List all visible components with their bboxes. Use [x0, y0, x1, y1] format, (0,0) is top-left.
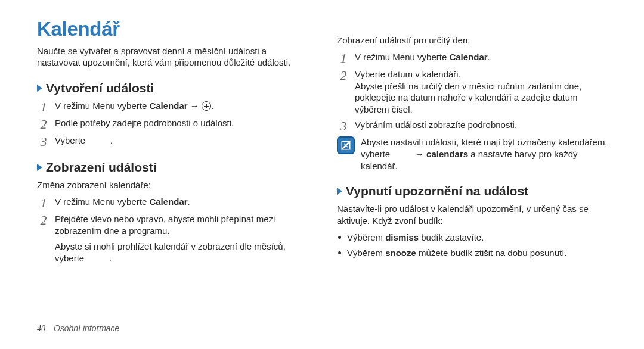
page-footer: 40 Osobní informace: [37, 323, 119, 334]
step-number: 1: [37, 100, 50, 114]
list-item: 2 Vyberte datum v kalendáři. Abyste přeš…: [337, 68, 608, 116]
page-number: 40: [37, 324, 45, 333]
list-item: Výběrem snooze můžete budík ztišit na do…: [338, 247, 608, 259]
plus-circle-icon: [202, 101, 211, 111]
bullet-body: Výběrem snooze můžete budík ztišit na do…: [347, 247, 567, 259]
step-number: 3: [37, 135, 50, 148]
subheading-create-event: Vytvoření události: [37, 81, 308, 95]
subheading-label: Zobrazení událostí: [46, 160, 157, 174]
day-events-intro: Zobrazení událostí pro určitý den:: [337, 35, 608, 46]
step-number: 2: [37, 117, 50, 131]
section-heading: Kalendář: [37, 18, 308, 40]
day-events-steps: 1 V režimu Menu vyberte Calendar. 2 Vybe…: [337, 51, 608, 133]
create-event-steps: 1 V režimu Menu vyberte Calendar → . 2 P…: [37, 100, 308, 148]
view-events-steps: 1 V režimu Menu vyberte Calendar. 2 Přej…: [37, 196, 308, 237]
step-body: V režimu Menu vyberte Calendar.: [355, 51, 608, 63]
subheading-label: Vypnutí upozornění na událost: [346, 184, 528, 198]
view-intro: Změna zobrazení kalendáře:: [37, 179, 308, 191]
list-item: 1 V režimu Menu vyberte Calendar.: [37, 196, 308, 210]
step-number: 2: [337, 68, 350, 82]
list-item: 3 Vyberte .: [37, 135, 308, 148]
alarm-bullets: Výběrem dismiss budík zastavíte. Výběrem…: [338, 232, 608, 259]
note-icon: [337, 136, 355, 154]
step-body: Přejděte vlevo nebo vpravo, abyste mohli…: [55, 213, 308, 237]
step-body: Vyberte .: [55, 135, 308, 147]
left-column: Kalendář Naučte se vytvářet a spravovat …: [37, 18, 308, 275]
step-body: Vyberte datum v kalendáři. Abyste přešli…: [355, 68, 608, 116]
bullet-body: Výběrem dismiss budík zastavíte.: [347, 232, 484, 244]
section-intro: Naučte se vytvářet a spravovat denní a m…: [37, 45, 308, 68]
right-column: Zobrazení událostí pro určitý den: 1 V r…: [337, 18, 608, 275]
list-item: 3 Vybráním události zobrazíte podrobnost…: [337, 119, 608, 133]
subheading-view-events: Zobrazení událostí: [37, 160, 308, 174]
step-number: 1: [37, 196, 50, 210]
bullet-icon: [338, 236, 341, 239]
page-section-label: Osobní informace: [54, 323, 120, 333]
list-item: 1 V režimu Menu vyberte Calendar → .: [37, 100, 308, 114]
note-body: Abyste nastavili události, které mají bý…: [361, 136, 608, 172]
subheading-label: Vytvoření události: [46, 81, 154, 95]
chevron-right-icon: [37, 164, 42, 171]
list-item: Výběrem dismiss budík zastavíte.: [338, 232, 608, 244]
alarm-intro: Nastavíte-li pro událost v kalendáři upo…: [337, 203, 608, 227]
list-item: 2 Podle potřeby zadejte podrobnosti o ud…: [37, 117, 308, 131]
step-body: V režimu Menu vyberte Calendar.: [55, 196, 308, 208]
chevron-right-icon: [37, 85, 42, 92]
step-number: 3: [337, 119, 350, 133]
month-view-note: Abyste si mohli prohlížet kalendář v zob…: [55, 241, 308, 264]
step-body: V režimu Menu vyberte Calendar → .: [55, 100, 308, 112]
step-body: Podle potřeby zadejte podrobnosti o udál…: [55, 117, 308, 129]
chevron-right-icon: [337, 188, 342, 195]
list-item: 2 Přejděte vlevo nebo vpravo, abyste moh…: [37, 213, 308, 237]
list-item: 1 V režimu Menu vyberte Calendar.: [337, 51, 608, 65]
step-number: 1: [337, 51, 350, 65]
note-callout: Abyste nastavili události, které mají bý…: [337, 136, 608, 172]
step-body: Vybráním události zobrazíte podrobnosti.: [355, 119, 608, 131]
subheading-alarm-off: Vypnutí upozornění na událost: [337, 184, 608, 198]
two-column-layout: Kalendář Naučte se vytvářet a spravovat …: [37, 18, 608, 275]
bullet-icon: [338, 251, 341, 254]
step-number: 2: [37, 213, 50, 227]
